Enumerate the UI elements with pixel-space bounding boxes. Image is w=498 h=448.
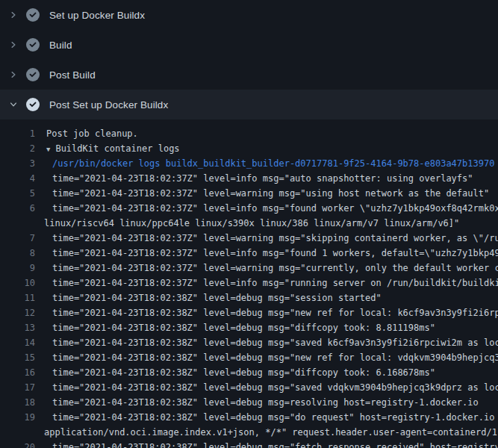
log-line-text: time="2021-04-23T18:02:38Z" level=debug … xyxy=(35,410,498,425)
log-line-text: time="2021-04-23T18:02:38Z" level=debug … xyxy=(35,320,435,335)
log-row: 7time="2021-04-23T18:02:37Z" level=warni… xyxy=(0,231,498,246)
log-row: 5time="2021-04-23T18:02:37Z" level=warni… xyxy=(0,186,498,201)
step-label: Set up Docker Buildx xyxy=(49,10,145,21)
log-area: 1Post job cleanup.2▼BuildKit container l… xyxy=(0,119,498,448)
chevron-down-icon[interactable] xyxy=(7,99,19,111)
log-line-text: time="2021-04-23T18:02:37Z" level=warnin… xyxy=(35,231,498,246)
log-row: 3/usr/bin/docker logs buildx_buildkit_bu… xyxy=(0,156,498,171)
log-line-text: application/vnd.oci.image.index.v1+json,… xyxy=(0,425,498,440)
log-line-number[interactable]: 10 xyxy=(0,276,35,290)
log-row: 19time="2021-04-23T18:02:38Z" level=debu… xyxy=(0,410,498,425)
log-line-text: time="2021-04-23T18:02:37Z" level=info m… xyxy=(35,201,498,216)
log-row: 4time="2021-04-23T18:02:37Z" level=info … xyxy=(0,171,498,186)
log-row: 15time="2021-04-23T18:02:38Z" level=debu… xyxy=(0,350,498,365)
log-line-text: time="2021-04-23T18:02:37Z" level=warnin… xyxy=(35,186,489,201)
log-line-number[interactable]: 3 xyxy=(0,156,35,171)
check-circle-icon xyxy=(26,8,40,22)
triangle-down-icon[interactable]: ▼ xyxy=(46,142,50,156)
step-label: Post Build xyxy=(49,69,96,81)
log-line-text: linux/riscv64 linux/ppc64le linux/s390x … xyxy=(0,216,459,231)
step-row-set-up-docker-buildx[interactable]: Set up Docker Buildx xyxy=(0,0,498,30)
log-row: application/vnd.oci.image.index.v1+json,… xyxy=(0,425,498,440)
step-row-post-set-up-docker-buildx[interactable]: Post Set up Docker Buildx xyxy=(0,90,498,119)
log-line-text: time="2021-04-23T18:02:38Z" level=debug … xyxy=(35,290,382,305)
log-line-text: time="2021-04-23T18:02:38Z" level=debug … xyxy=(35,350,498,365)
log-line-number[interactable]: 5 xyxy=(0,186,35,201)
step-label: Post Set up Docker Buildx xyxy=(49,99,168,111)
check-circle-icon xyxy=(26,98,40,111)
log-line-text: time="2021-04-23T18:02:38Z" level=debug … xyxy=(35,305,498,320)
log-row: 6time="2021-04-23T18:02:37Z" level=info … xyxy=(0,201,498,216)
log-line-number[interactable]: 6 xyxy=(0,201,35,216)
log-line-text: Post job cleanup. xyxy=(35,126,138,141)
log-line-text: time="2021-04-23T18:02:37Z" level=warnin… xyxy=(35,261,498,276)
log-row: 13time="2021-04-23T18:02:38Z" level=debu… xyxy=(0,320,498,335)
log-line-text: time="2021-04-23T18:02:38Z" level=debug … xyxy=(35,335,498,350)
log-row: 18time="2021-04-23T18:02:38Z" level=debu… xyxy=(0,395,498,410)
log-line-text: ▼BuildKit container logs xyxy=(35,141,180,156)
step-label: Build xyxy=(49,40,72,51)
check-circle-icon xyxy=(26,38,40,52)
log-line-text: time="2021-04-23T18:02:37Z" level=info m… xyxy=(35,276,498,290)
log-row: 10time="2021-04-23T18:02:37Z" level=info… xyxy=(0,276,498,290)
log-line-number[interactable]: 2 xyxy=(0,141,35,156)
log-line-text: time="2021-04-23T18:02:38Z" level=debug … xyxy=(35,365,435,380)
log-line-number[interactable]: 1 xyxy=(0,126,35,141)
log-line-text: time="2021-04-23T18:02:38Z" level=debug … xyxy=(35,380,498,395)
log-row: 16time="2021-04-23T18:02:38Z" level=debu… xyxy=(0,365,498,380)
log-line-number[interactable]: 7 xyxy=(0,231,35,246)
log-line-number[interactable]: 8 xyxy=(0,246,35,261)
chevron-right-icon[interactable] xyxy=(7,9,19,21)
log-line-text: time="2021-04-23T18:02:38Z" level=debug … xyxy=(35,395,479,410)
log-line-text: time="2021-04-23T18:02:37Z" level=info m… xyxy=(35,171,473,186)
log-row: 17time="2021-04-23T18:02:38Z" level=debu… xyxy=(0,380,498,395)
log-row: 8time="2021-04-23T18:02:37Z" level=info … xyxy=(0,246,498,261)
step-row-build[interactable]: Build xyxy=(0,30,498,60)
log-row: 9time="2021-04-23T18:02:37Z" level=warni… xyxy=(0,261,498,276)
check-circle-icon xyxy=(26,68,40,81)
chevron-right-icon[interactable] xyxy=(7,69,19,81)
chevron-right-icon[interactable] xyxy=(7,39,19,51)
step-row-post-build[interactable]: Post Build xyxy=(0,60,498,90)
log-line-number[interactable]: 9 xyxy=(0,261,35,276)
log-line-number[interactable]: 20 xyxy=(0,440,35,448)
log-row: linux/riscv64 linux/ppc64le linux/s390x … xyxy=(0,216,498,231)
log-line-text: time="2021-04-23T18:02:37Z" level=info m… xyxy=(35,246,498,261)
log-line-number[interactable]: 17 xyxy=(0,380,35,395)
steps-list: Set up Docker BuildxBuildPost BuildPost … xyxy=(0,0,498,119)
log-line-number[interactable]: 19 xyxy=(0,410,35,425)
log-row: 1Post job cleanup. xyxy=(0,126,498,141)
log-line-number[interactable]: 13 xyxy=(0,320,35,335)
log-group-title[interactable]: BuildKit container logs xyxy=(55,143,179,154)
log-row: 2▼BuildKit container logs xyxy=(0,141,498,156)
log-line-number[interactable]: 16 xyxy=(0,365,35,380)
log-row: 11time="2021-04-23T18:02:38Z" level=debu… xyxy=(0,290,498,305)
log-row: 20time="2021-04-23T18:02:38Z" level=debu… xyxy=(0,440,498,448)
log-row: 14time="2021-04-23T18:02:38Z" level=debu… xyxy=(0,335,498,350)
log-line-number[interactable]: 12 xyxy=(0,305,35,320)
log-line-number[interactable]: 15 xyxy=(0,350,35,365)
log-line-number[interactable]: 18 xyxy=(0,395,35,410)
log-line-number[interactable]: 11 xyxy=(0,290,35,305)
log-row: 12time="2021-04-23T18:02:38Z" level=debu… xyxy=(0,305,498,320)
log-line-number[interactable]: 14 xyxy=(0,335,35,350)
log-line-text: time="2021-04-23T18:02:38Z" level=debug … xyxy=(35,440,498,448)
log-line-number[interactable]: 4 xyxy=(0,171,35,186)
log-command-text: /usr/bin/docker logs buildx_buildkit_bui… xyxy=(35,156,494,171)
